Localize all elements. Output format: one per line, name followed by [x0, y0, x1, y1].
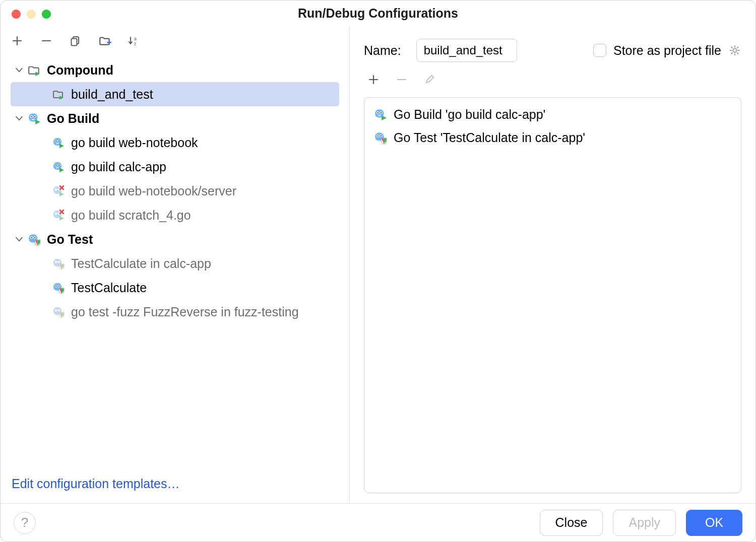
run-debug-configurations-dialog: Run/Debug Configurations [0, 0, 756, 542]
tree-group-go-test[interactable]: Go Test [1, 227, 349, 251]
edit-templates-link[interactable]: Edit configuration templates… [1, 469, 349, 503]
go-run-icon [373, 107, 388, 121]
configurations-tree: Compound build_and_test Go Build go buil… [1, 55, 349, 469]
configurations-sidebar: Compound build_and_test Go Build go buil… [1, 27, 350, 503]
name-label: Name: [364, 43, 401, 58]
compound-items-toolbar [364, 71, 741, 88]
tree-item-go-build-calc-app[interactable]: go build calc-app [1, 155, 349, 179]
copy-configuration-button[interactable] [68, 33, 83, 48]
tree-group-label: Go Test [47, 232, 93, 247]
tree-item-build-and-test[interactable]: build_and_test [11, 82, 339, 106]
compound-icon [52, 88, 65, 101]
dialog-title: Run/Debug Configurations [298, 6, 458, 21]
list-item-label: Go Build 'go build calc-app' [394, 107, 545, 122]
go-run-icon [52, 136, 65, 149]
sort-alphabetically-button[interactable] [127, 33, 142, 48]
chevron-down-icon [14, 65, 25, 75]
go-test-icon [373, 130, 388, 145]
tree-item-go-build-web-notebook[interactable]: go build web-notebook [1, 130, 349, 155]
tree-group-label: Compound [47, 63, 113, 78]
go-run-icon [28, 112, 41, 125]
list-item-label: Go Test 'TestCalculate in calc-app' [394, 130, 585, 145]
go-test-icon [28, 233, 41, 246]
go-run-invalid-icon [52, 184, 65, 197]
add-configuration-button[interactable] [10, 33, 25, 48]
store-row: Store as project file [593, 43, 741, 58]
titlebar: Run/Debug Configurations [1, 1, 755, 27]
minimize-window-button [27, 10, 36, 19]
compound-edit-button[interactable] [422, 72, 437, 87]
chevron-down-icon [14, 234, 25, 244]
tree-item-testcalculate[interactable]: TestCalculate [1, 276, 349, 300]
tree-item-label: go build web-notebook [71, 136, 198, 150]
gear-icon[interactable] [728, 44, 741, 57]
tree-group-go-build[interactable]: Go Build [1, 106, 349, 130]
tree-item-label: go build web-notebook/server [71, 184, 236, 198]
tree-item-label: go build scratch_4.go [71, 208, 191, 223]
go-test-temp-icon [52, 305, 65, 318]
tree-item-label: TestCalculate in calc-app [71, 256, 211, 271]
tree-item-label: go build calc-app [71, 160, 166, 174]
tree-item-testcalculate-calc-app[interactable]: TestCalculate in calc-app [1, 251, 349, 276]
window-controls [12, 10, 51, 19]
sidebar-toolbar [1, 27, 349, 55]
content-area: Compound build_and_test Go Build go buil… [1, 27, 755, 503]
compound-item-go-test[interactable]: Go Test 'TestCalculate in calc-app' [369, 126, 736, 149]
tree-item-label: go test -fuzz FuzzReverse in fuzz-testin… [71, 305, 299, 319]
configuration-name-input[interactable] [416, 39, 517, 62]
tree-item-label: TestCalculate [71, 281, 147, 295]
compound-add-button[interactable] [366, 72, 381, 87]
tree-item-go-build-server-invalid[interactable]: go build web-notebook/server [1, 179, 349, 203]
compound-remove-button[interactable] [394, 72, 409, 87]
help-button[interactable]: ? [14, 512, 36, 534]
save-to-templates-button[interactable] [97, 33, 112, 48]
tree-item-go-build-scratch-invalid[interactable]: go build scratch_4.go [1, 203, 349, 227]
zoom-window-button[interactable] [42, 10, 51, 19]
go-run-invalid-icon [52, 209, 65, 222]
compound-icon [28, 63, 41, 77]
store-as-project-file-label: Store as project file [613, 43, 721, 58]
dialog-button-bar: ? Close Apply OK [1, 503, 755, 541]
close-window-button[interactable] [12, 10, 21, 19]
chevron-down-icon [14, 113, 25, 123]
apply-button[interactable]: Apply [613, 510, 676, 536]
go-test-temp-icon [52, 257, 65, 270]
tree-item-go-fuzz[interactable]: go test -fuzz FuzzReverse in fuzz-testin… [1, 300, 349, 324]
compound-items-list: Go Build 'go build calc-app' Go Test 'Te… [364, 97, 741, 493]
go-run-icon [52, 160, 65, 173]
configuration-editor: Name: Store as project file [350, 27, 755, 503]
ok-button[interactable]: OK [686, 510, 742, 536]
remove-configuration-button[interactable] [39, 33, 54, 48]
go-test-icon [52, 281, 65, 294]
tree-group-compound[interactable]: Compound [1, 58, 349, 82]
tree-item-label: build_and_test [71, 87, 153, 102]
store-as-project-file-checkbox[interactable] [593, 44, 606, 57]
close-button[interactable]: Close [540, 510, 603, 536]
name-row: Name: Store as project file [364, 39, 741, 62]
tree-group-label: Go Build [47, 111, 99, 126]
compound-item-go-build[interactable]: Go Build 'go build calc-app' [369, 103, 736, 126]
